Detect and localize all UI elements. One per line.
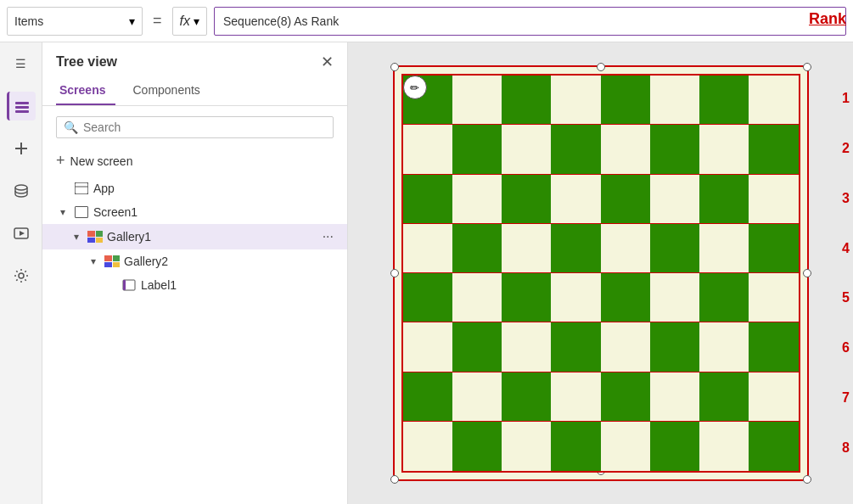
cell-7-7	[749, 422, 798, 471]
cell-4-2	[502, 273, 551, 322]
svg-point-5	[15, 185, 27, 190]
svg-marker-7	[20, 231, 25, 236]
formula-text: Sequence(8) As Rank	[223, 14, 339, 28]
search-icon: 🔍	[64, 120, 78, 134]
tree-item-gallery2[interactable]: ▾ Gallery2	[42, 249, 347, 273]
svg-rect-2	[15, 110, 29, 113]
tree-item-gallery1[interactable]: ▾ Gallery1 ···	[42, 224, 347, 249]
gallery1-outer[interactable]: ✏	[393, 65, 809, 481]
rank-num-8: 8	[842, 440, 850, 456]
rank-numbers: 1 2 3 4 5 6 7 8	[842, 65, 850, 481]
plus-icon: +	[56, 152, 65, 170]
fx-chevron-icon: ▾	[194, 14, 199, 28]
add-icon[interactable]	[7, 134, 36, 163]
cell-0-7	[749, 76, 798, 125]
cell-2-3	[551, 175, 600, 224]
cell-7-3	[551, 422, 600, 471]
label1-icon	[121, 278, 137, 292]
tab-components[interactable]: Components	[129, 78, 210, 105]
cell-2-2	[502, 175, 551, 224]
gallery1-expand-icon: ▾	[70, 231, 83, 243]
gallery2-expand-icon: ▾	[87, 255, 100, 267]
fx-icon: fx	[180, 14, 190, 29]
tree-panel: Tree view ✕ Screens Components 🔍 + New s…	[42, 42, 348, 504]
svg-rect-1	[15, 106, 29, 109]
cell-7-4	[601, 422, 650, 471]
cell-5-7	[749, 322, 798, 372]
rank-label[interactable]: Rank	[809, 10, 846, 28]
handle-bl[interactable]	[390, 475, 399, 484]
items-dropdown[interactable]: Items ▾	[7, 7, 143, 36]
media-icon[interactable]	[7, 219, 36, 248]
cell-6-5	[650, 372, 699, 422]
handle-mr[interactable]	[803, 269, 811, 277]
tree-item-label1[interactable]: Label1	[42, 273, 347, 297]
cell-6-0	[403, 372, 452, 422]
tree-body: App ▾ Screen1 ▾ Gallery1 ··· ▾	[42, 176, 347, 504]
cell-3-4	[601, 224, 650, 273]
cell-2-6	[699, 175, 749, 224]
formula-bar[interactable]: Sequence(8) As Rank	[214, 7, 846, 36]
cell-7-0	[403, 422, 452, 471]
tree-title: Tree view	[56, 54, 117, 70]
cell-2-1	[452, 175, 502, 224]
svg-rect-0	[15, 102, 29, 104]
cell-4-4	[601, 273, 650, 322]
cell-6-3	[551, 372, 600, 422]
layers-icon[interactable]	[7, 92, 36, 120]
settings-icon[interactable]	[7, 261, 36, 290]
gallery1-inner	[401, 74, 800, 473]
rank-num-7: 7	[842, 390, 850, 406]
cell-1-0	[403, 125, 452, 174]
cell-3-7	[749, 224, 798, 273]
gallery1-icon	[87, 230, 104, 244]
screen-icon	[73, 205, 90, 219]
cell-1-6	[699, 125, 749, 174]
items-dropdown-label: Items	[14, 14, 126, 28]
cell-2-5	[650, 175, 699, 224]
cell-7-6	[699, 422, 749, 471]
new-screen-label: New screen	[70, 154, 133, 168]
rank-num-2: 2	[842, 141, 850, 156]
cell-7-1	[452, 422, 502, 471]
cell-2-7	[749, 175, 798, 224]
cell-1-4	[601, 125, 650, 174]
tree-item-screen1[interactable]: ▾ Screen1	[42, 200, 347, 224]
cell-0-3	[551, 76, 600, 125]
search-box: 🔍	[56, 116, 334, 138]
cell-6-7	[749, 372, 798, 422]
fx-button[interactable]: fx ▾	[172, 7, 207, 36]
screen1-expand-icon: ▾	[56, 206, 70, 218]
gallery1-menu-icon[interactable]: ···	[323, 229, 334, 244]
checkerboard-grid	[403, 76, 799, 471]
handle-ml[interactable]	[390, 269, 399, 277]
handle-tc[interactable]	[597, 63, 605, 71]
tree-item-app[interactable]: App	[42, 176, 347, 200]
handle-br[interactable]	[803, 475, 811, 484]
cell-5-5	[650, 322, 699, 372]
tree-close-button[interactable]: ✕	[321, 53, 334, 71]
hamburger-menu-icon[interactable]: ☰	[7, 49, 36, 78]
cell-2-4	[601, 175, 650, 224]
cell-3-0	[403, 224, 452, 273]
handle-tr[interactable]	[803, 63, 811, 71]
cell-0-6	[699, 76, 749, 125]
gallery1-label: Gallery1	[107, 230, 319, 244]
cell-4-6	[699, 273, 749, 322]
rank-num-5: 5	[842, 290, 850, 305]
app-label: App	[93, 182, 334, 195]
rank-num-1: 1	[842, 91, 850, 106]
svg-point-8	[19, 273, 24, 278]
cell-5-1	[452, 322, 502, 372]
new-screen-button[interactable]: + New screen	[42, 145, 347, 176]
edit-pencil-button[interactable]: ✏	[403, 76, 427, 99]
cell-3-5	[650, 224, 699, 273]
checkerboard-wrapper: ✏	[393, 65, 809, 481]
data-icon[interactable]	[7, 176, 36, 205]
equals-symbol: =	[149, 12, 166, 30]
handle-tl[interactable]	[390, 63, 399, 71]
tab-screens[interactable]: Screens	[56, 78, 115, 105]
search-input[interactable]	[83, 120, 326, 134]
tree-tabs: Screens Components	[42, 78, 347, 106]
cell-1-2	[502, 125, 551, 174]
